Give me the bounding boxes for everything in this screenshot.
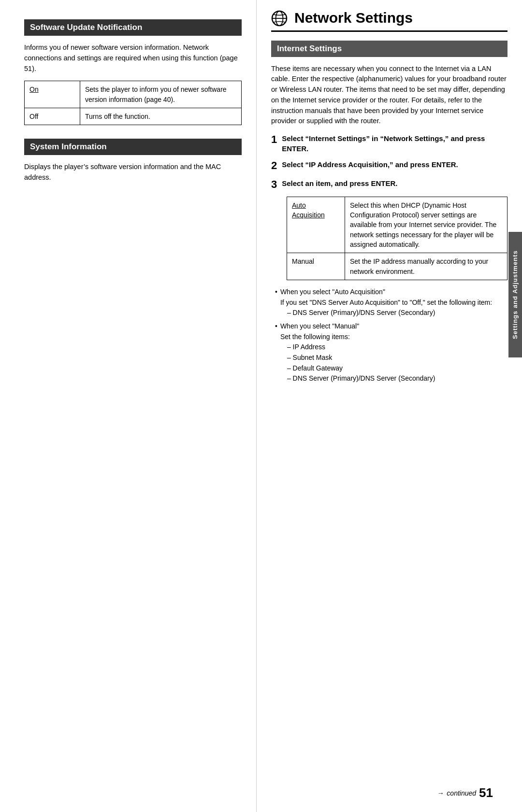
system-info-section: System Information Displays the player’s… <box>24 139 242 183</box>
sub-item: – Subnet Mask <box>287 353 508 363</box>
step-2-num: 2 <box>271 159 277 172</box>
bullet-2-sublist: – IP Address – Subnet Mask – Default Gat… <box>280 342 508 384</box>
auto-acquisition-desc: Select this when DHCP (Dynamic Host Conf… <box>345 197 508 253</box>
on-desc: Sets the player to inform you of newer s… <box>80 81 242 108</box>
network-title-text: Network Settings <box>294 10 413 26</box>
auto-acquisition-label: AutoAcquisition <box>287 197 345 253</box>
internet-settings-header: Internet Settings <box>271 41 508 57</box>
bullet-content-2: When you select "Manual" Set the followi… <box>280 321 508 384</box>
footer-arrow: → <box>437 789 444 797</box>
manual-label: Manual <box>287 253 345 280</box>
bullet-1-intro: When you select "Auto Acquisition" <box>280 288 385 296</box>
page-container: Software Update Notification Informs you… <box>0 0 522 812</box>
software-update-body: Informs you of newer software version in… <box>24 43 242 74</box>
step-3-text: Select an item, and press ENTER. <box>282 178 397 188</box>
network-settings-title: Network Settings <box>271 10 508 32</box>
right-column: Network Settings Internet Settings These… <box>256 0 522 812</box>
step-1-num: 1 <box>271 133 277 146</box>
software-update-table: On Sets the player to inform you of newe… <box>24 81 242 125</box>
bullet-item-1: • When you select "Auto Acquisition" If … <box>275 287 508 318</box>
step-2: 2 Select “IP Address Acquisition,” and p… <box>271 159 508 172</box>
sub-item: – DNS Server (Primary)/DNS Server (Secon… <box>287 373 508 384</box>
bullet-1-body: If you set "DNS Server Auto Acquisition"… <box>280 299 492 306</box>
step-3-num: 3 <box>271 178 277 191</box>
sub-item: – Default Gateway <box>287 363 508 374</box>
sub-item: – DNS Server (Primary)/DNS Server (Secon… <box>287 308 508 318</box>
bullet-1-sublist: – DNS Server (Primary)/DNS Server (Secon… <box>280 308 508 318</box>
system-info-header: System Information <box>24 139 242 155</box>
bullet-dot-2: • <box>275 321 277 384</box>
table-row: Manual Set the IP address manually accor… <box>287 253 508 280</box>
software-update-header: Software Update Notification <box>24 19 242 36</box>
step-1-text: Select “Internet Settings” in “Network S… <box>282 133 508 154</box>
footer: → continued 51 <box>437 785 493 800</box>
manual-desc: Set the IP address manually according to… <box>345 253 508 280</box>
step-2-text: Select “IP Address Acquisition,” and pre… <box>282 159 458 170</box>
left-column: Software Update Notification Informs you… <box>0 0 256 812</box>
page-number: 51 <box>479 785 493 800</box>
table-row: On Sets the player to inform you of newe… <box>25 81 242 108</box>
bullet-content-1: When you select "Auto Acquisition" If yo… <box>280 287 508 318</box>
continued-text: continued <box>447 789 476 797</box>
system-info-body: Displays the player’s software version i… <box>24 162 242 183</box>
table-row: AutoAcquisition Select this when DHCP (D… <box>287 197 508 253</box>
bullet-dot-1: • <box>275 287 277 318</box>
side-tab: Settings and Adjustments <box>508 232 522 357</box>
bullet-2-body: Set the following items: <box>280 333 350 341</box>
network-icon <box>271 10 290 27</box>
bullet-item-2: • When you select "Manual" Set the follo… <box>275 321 508 384</box>
on-label: On <box>25 81 80 108</box>
off-desc: Turns off the function. <box>80 108 242 125</box>
sub-item: – IP Address <box>287 342 508 353</box>
bullet-2-intro: When you select "Manual" <box>280 322 359 330</box>
off-label: Off <box>25 108 80 125</box>
software-update-section: Software Update Notification Informs you… <box>24 19 242 125</box>
table-row: Off Turns off the function. <box>25 108 242 125</box>
bullet-list: • When you select "Auto Acquisition" If … <box>271 287 508 384</box>
step-1: 1 Select “Internet Settings” in “Network… <box>271 133 508 154</box>
ip-acquisition-table: AutoAcquisition Select this when DHCP (D… <box>287 197 508 280</box>
step-3: 3 Select an item, and press ENTER. <box>271 178 508 191</box>
internet-settings-body: These items are necessary when you conne… <box>271 64 508 127</box>
